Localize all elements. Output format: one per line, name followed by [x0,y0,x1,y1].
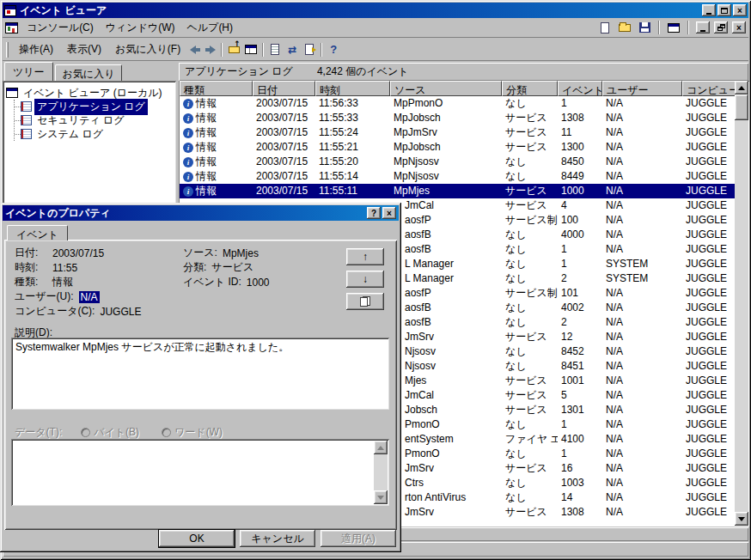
column-header-computer[interactable]: コンピュータ [682,81,735,96]
cell-date: 2003/07/15 [253,140,315,155]
cell-date: 2003/07/15 [253,111,315,125]
cell-category: なし [502,447,558,461]
cell-source: Ctrs [390,476,502,490]
cell-computer: JUGGLE [682,505,735,520]
refresh-button[interactable]: ⇄ [284,42,301,57]
column-header-event[interactable]: イベント [558,81,602,96]
cell-event: 2 [558,315,602,330]
column-header-date[interactable]: 日付 [253,81,315,96]
log-name-label: アプリケーション ログ [185,64,293,79]
cell-user: N/A [602,505,682,520]
properties-icon [271,44,279,55]
child-close-button[interactable]: × [732,21,746,33]
forward-button[interactable] [205,46,216,54]
cell-category: ファイヤ エ... [502,432,558,447]
cell-computer: JUGGLE [682,213,735,228]
vertical-scrollbar[interactable] [735,81,748,526]
action-menu-1[interactable]: 表示(V) [60,40,108,58]
cell-computer: JUGGLE [682,155,735,169]
cell-event: 1308 [558,111,602,125]
dialog-close-button[interactable]: × [382,207,396,219]
show-hide-tree-button[interactable] [242,42,259,57]
help-icon: ? [371,209,376,218]
cell-date: 2003/07/15 [253,169,315,184]
next-event-button[interactable]: ↓ [346,271,384,288]
column-header-time[interactable]: 時刻 [315,81,390,96]
cancel-button[interactable]: キャンセル [240,530,315,547]
menu-item-2[interactable]: ヘルプ(H) [181,19,240,36]
column-header-source[interactable]: ソース [390,81,502,96]
scroll-up-button[interactable] [735,81,748,94]
cell-category: サービス [502,388,558,403]
byte-radio[interactable]: バイト(B) [81,425,139,440]
up-level-button[interactable] [225,42,242,57]
console-window-icon[interactable] [5,22,18,33]
export-list-button[interactable] [301,42,318,57]
copy-button[interactable] [346,293,384,310]
table-row[interactable]: 情報2003/07/1511:55:24MpJmSrvサービス11N/AJUGG… [180,125,735,140]
table-row[interactable]: 情報2003/07/1511:55:14MpNjsosvなし8449N/AJUG… [180,169,735,184]
close-button[interactable]: × [733,4,747,16]
table-row[interactable]: 情報2003/07/1511:55:33MpJobschサービス1308N/AJ… [180,111,735,125]
cell-event: 4 [558,198,602,213]
word-radio[interactable]: ワード(W) [162,425,223,440]
help-button[interactable]: ? [325,42,342,57]
column-header-user[interactable]: ユーザー [602,81,682,96]
minimize-button[interactable] [702,4,716,16]
cell-computer: JUGGLE [682,242,735,257]
cell-category: なし [502,257,558,271]
scroll-down-button[interactable] [735,512,748,526]
menu-item-1[interactable]: ウィンドウ(W) [100,19,181,36]
cell-time: 11:56:33 [315,96,390,111]
cell-type: 情報 [180,155,253,169]
computer-value: JUGGLE [100,306,141,318]
tab-favorites[interactable]: お気に入り [55,64,123,82]
table-row[interactable]: 情報2003/07/1511:55:11MpMjesサービス1000N/AJUG… [180,184,735,198]
previous-event-button[interactable]: ↑ [346,248,384,265]
tab-tree[interactable]: ツリー [4,62,53,82]
child-minimize-button[interactable] [696,21,710,33]
maximize-button[interactable] [717,4,731,16]
cell-event: 1308 [558,505,602,520]
menu-item-0[interactable]: コンソール(C) [21,19,100,36]
title-bar: イベント ビューア × [3,3,748,18]
cell-source: Njsosv [390,344,502,359]
table-row[interactable]: 情報2003/07/1511:56:33MpPmonOなし1N/AJUGGLE [180,96,735,111]
tab-event[interactable]: イベント [7,225,68,240]
cell-user: N/A [602,374,682,388]
cell-user: N/A [602,125,682,140]
cell-user: N/A [602,403,682,417]
cell-category: サービス [502,374,558,388]
scrollbar-thumb[interactable] [735,94,748,120]
new-window-icon[interactable] [665,21,682,35]
child-restore-button[interactable] [714,21,728,33]
dialog-help-button[interactable]: ? [367,207,381,219]
column-header-category[interactable]: 分類 [502,81,558,96]
cell-category: サービス [502,330,558,344]
action-toolbar: 操作(A)表示(V)お気に入り(F) ⇄ ? [3,39,748,61]
column-header-type[interactable]: 種類 [180,81,253,96]
cell-category: サービス [502,184,558,198]
action-menu-0[interactable]: 操作(A) [12,40,60,58]
properties-button[interactable] [266,42,284,57]
cell-event: 1 [558,257,602,271]
cell-computer: JUGGLE [682,96,735,111]
cell-computer: JUGGLE [682,359,735,374]
cell-source: MpJobsch [390,111,502,125]
action-menu-2[interactable]: お気に入り(F) [108,40,187,58]
back-button[interactable] [190,46,200,54]
save-console-icon[interactable] [636,21,653,35]
cell-user: SYSTEM [602,257,682,271]
cell-user: N/A [602,242,682,257]
new-console-icon[interactable] [596,21,614,35]
table-row[interactable]: 情報2003/07/1511:55:21MpJobschサービス1300N/AJ… [180,140,735,155]
user-value[interactable]: N/A [79,291,100,303]
open-console-icon[interactable] [616,21,633,35]
table-row[interactable]: 情報2003/07/1511:55:20MpNjsosvなし8450N/AJUG… [180,155,735,169]
dialog-title: イベントのプロパティ [5,206,365,221]
description-box[interactable]: Systemwalker MpMjes サービスが正常に起動されました。 [11,338,389,410]
ok-button[interactable]: OK [159,530,235,547]
toolbar-grip[interactable] [6,42,9,58]
cell-date: 2003/07/15 [253,184,315,198]
tree-item-2[interactable]: システム ログ [15,127,174,141]
